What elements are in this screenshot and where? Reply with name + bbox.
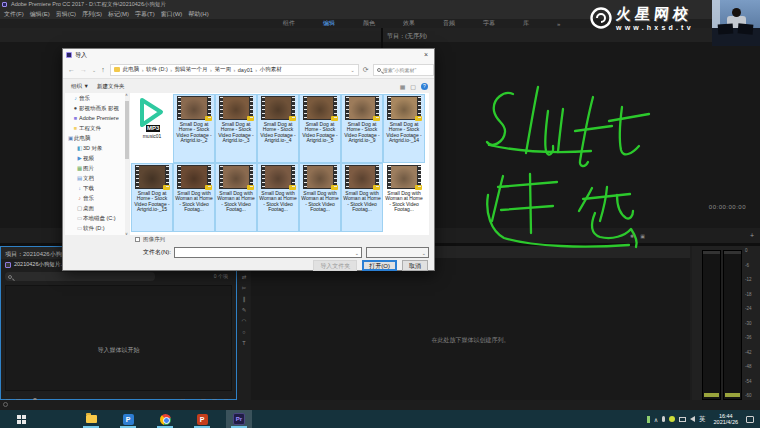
menu-item[interactable]: 帮助(H) xyxy=(188,10,208,19)
start-button[interactable] xyxy=(8,410,34,428)
workspace-tab[interactable]: 颜色 xyxy=(363,19,375,28)
scroll-down-icon[interactable]: ∨ xyxy=(125,231,128,236)
nav-pane-item[interactable]: ▢ 桌面 xyxy=(65,203,125,213)
notification-center-icon[interactable] xyxy=(746,416,754,423)
file-item-video[interactable]: Small Dog at Home - Stock Video Footage … xyxy=(215,94,257,163)
view-option-icon[interactable]: ▢ xyxy=(410,83,416,90)
scroll-up-icon[interactable]: ∧ xyxy=(125,92,128,97)
tool-icon[interactable]: T xyxy=(242,340,245,346)
open-button[interactable]: 打开(O) xyxy=(362,260,397,271)
close-icon[interactable]: × xyxy=(424,51,428,58)
chevron-down-icon[interactable]: ⌄ xyxy=(355,248,359,258)
organize-menu[interactable]: 组织 ▼ xyxy=(71,83,89,90)
tool-icon[interactable]: ○ xyxy=(242,329,245,335)
back-button[interactable]: ← xyxy=(68,66,75,73)
tray-status-dot-icon[interactable] xyxy=(669,416,675,422)
taskbar-premiere[interactable]: Pr xyxy=(226,410,252,428)
nav-pane-item[interactable]: ◧ 3D 对象 xyxy=(65,143,125,153)
nav-pane-item[interactable]: ▭ 本地磁盘 (C:) xyxy=(65,213,125,223)
workspace-tab[interactable]: 效果 xyxy=(403,19,415,28)
monitor-control-icon[interactable]: ▣ xyxy=(640,233,645,239)
breadcrumb-item[interactable]: 第一周 › xyxy=(214,66,237,73)
image-sequence-checkbox[interactable] xyxy=(135,237,140,242)
chevron-down-icon[interactable]: ⌄ xyxy=(351,67,355,73)
breadcrumb-item[interactable]: 此电脑 › xyxy=(123,66,146,73)
tool-icon[interactable]: ⇄ xyxy=(242,274,247,280)
history-dropdown-icon[interactable]: ⌄ xyxy=(92,67,96,73)
file-item-video[interactable]: Small Dog with Woman at Home - Stock Vid… xyxy=(383,163,425,232)
refresh-icon[interactable]: ⟳ xyxy=(363,66,369,74)
cancel-button[interactable]: 取消 xyxy=(402,260,428,271)
file-item-video[interactable]: Small Dog with Woman at Home - Stock Vid… xyxy=(341,163,383,232)
filetype-select[interactable]: 所有支持的媒体 ⌄ xyxy=(366,247,429,258)
project-search-input[interactable] xyxy=(5,272,155,281)
speaker-icon[interactable] xyxy=(690,416,695,422)
nav-pane-item[interactable]: ■ 工程文件 xyxy=(65,123,125,133)
forward-button[interactable]: → xyxy=(80,66,87,73)
scrollbar-thumb[interactable] xyxy=(125,101,129,159)
nav-pane-item[interactable]: ▭ 软件 (D:) xyxy=(65,223,125,233)
project-root-item[interactable]: 20210426小狗短片.p... xyxy=(5,261,70,268)
tool-icon[interactable]: ◠ xyxy=(242,318,247,324)
nav-pane-item[interactable]: ■ Adobe Premiere xyxy=(65,113,125,123)
tool-icon[interactable]: ∥ xyxy=(243,296,246,302)
taskbar-app-p[interactable]: P xyxy=(115,410,141,428)
up-button[interactable]: ↑ xyxy=(101,66,105,73)
program-monitor-tab[interactable]: 节目：(无序列) xyxy=(387,32,427,41)
tool-icon[interactable]: ✂ xyxy=(242,285,247,291)
nav-pane-item[interactable]: ▦ 图片 xyxy=(65,163,125,173)
view-option-icon[interactable]: ▦ xyxy=(400,83,406,90)
breadcrumb-item[interactable]: 软件 (D:) › xyxy=(146,66,175,73)
search-input[interactable]: 搜索"小狗素材" xyxy=(373,64,434,76)
file-item-video[interactable]: Small Dog at Home - Stock Video Footage … xyxy=(173,94,215,163)
file-item-video[interactable]: Small Dog at Home - Stock Video Footage … xyxy=(383,94,425,163)
microphone-icon[interactable] xyxy=(662,416,665,422)
taskbar-file-explorer[interactable] xyxy=(78,410,104,428)
menu-item[interactable]: 文件(F) xyxy=(4,10,24,19)
monitor-control-icon[interactable]: ✱ xyxy=(630,233,634,239)
file-item-video[interactable]: Small Dog with Woman at Home - Stock Vid… xyxy=(299,163,341,232)
menu-item[interactable]: 剪辑(C) xyxy=(56,10,76,19)
workspace-tab[interactable]: 组件 xyxy=(283,19,295,28)
sidebar-scrollbar[interactable]: ∧ ∨ xyxy=(125,93,129,235)
chevron-down-icon[interactable]: ⌄ xyxy=(422,248,426,258)
menu-item[interactable]: 序列(S) xyxy=(82,10,102,19)
breadcrumb-item[interactable]: 剪辑第一个月 › xyxy=(175,66,215,73)
taskbar-chrome[interactable] xyxy=(152,410,178,428)
nav-pane-item[interactable]: ▣ 此电脑 xyxy=(65,133,125,143)
menu-item[interactable]: 编辑(E) xyxy=(30,10,50,19)
tray-chevron-icon[interactable]: ∧ xyxy=(654,416,658,423)
file-item-video[interactable]: Small Dog at Home - Stock Video Footage … xyxy=(299,94,341,163)
battery-icon[interactable] xyxy=(647,416,650,423)
menu-item[interactable]: 标记(M) xyxy=(108,10,129,19)
filename-input[interactable]: "Small Dog with Woman at Home - Stock Vi… xyxy=(174,247,362,258)
workspace-tab[interactable]: 库 xyxy=(523,19,529,28)
nav-pane-item[interactable]: ♪ 音乐 xyxy=(65,193,125,203)
nav-pane-item[interactable]: ● 影视动画系 影视 xyxy=(65,103,125,113)
file-item-video[interactable]: Small Dog at Home - Stock Video Footage … xyxy=(341,94,383,163)
file-item-video[interactable]: Small Dog at Home - Stock Video Footage … xyxy=(257,94,299,163)
breadcrumb-item[interactable]: 小狗素材 xyxy=(260,66,287,73)
workspace-tab[interactable]: 字幕 xyxy=(483,19,495,28)
display-icon[interactable] xyxy=(679,417,686,422)
breadcrumb-item[interactable]: day01 › xyxy=(238,67,260,73)
tool-icon[interactable]: ✎ xyxy=(242,307,247,313)
new-folder-button[interactable]: 新建文件夹 xyxy=(97,83,125,90)
ime-indicator[interactable]: 英 xyxy=(699,415,706,424)
file-item-video[interactable]: Small Dog at Home - Stock Video Footage … xyxy=(131,163,173,232)
workspace-tab[interactable]: » xyxy=(557,21,560,27)
workspace-tab[interactable]: 编辑 xyxy=(323,19,335,28)
add-button[interactable]: + xyxy=(750,232,754,239)
file-item-audio[interactable]: MP3 music01 xyxy=(131,94,173,163)
import-folder-button[interactable]: 导入文件夹 xyxy=(313,260,357,271)
file-item-video[interactable]: Small Dog with Woman at Home - Stock Vid… xyxy=(257,163,299,232)
menu-item[interactable]: 窗口(W) xyxy=(161,10,183,19)
file-item-video[interactable]: Small Dog with Woman at Home - Stock Vid… xyxy=(215,163,257,232)
menu-item[interactable]: 字幕(T) xyxy=(135,10,155,19)
nav-pane-item[interactable]: ↓ 下载 xyxy=(65,183,125,193)
file-item-video[interactable]: Small Dog with Woman at Home - Stock Vid… xyxy=(173,163,215,232)
project-bin-area[interactable]: 导入媒体以开始 xyxy=(5,285,232,391)
taskbar-powerpoint[interactable]: P xyxy=(189,410,215,428)
nav-pane-item[interactable]: ♪ 音乐 xyxy=(65,93,125,103)
breadcrumb[interactable]: 此电脑 › 软件 (D:) › 剪辑第一个月 › 第一周 xyxy=(110,64,359,76)
